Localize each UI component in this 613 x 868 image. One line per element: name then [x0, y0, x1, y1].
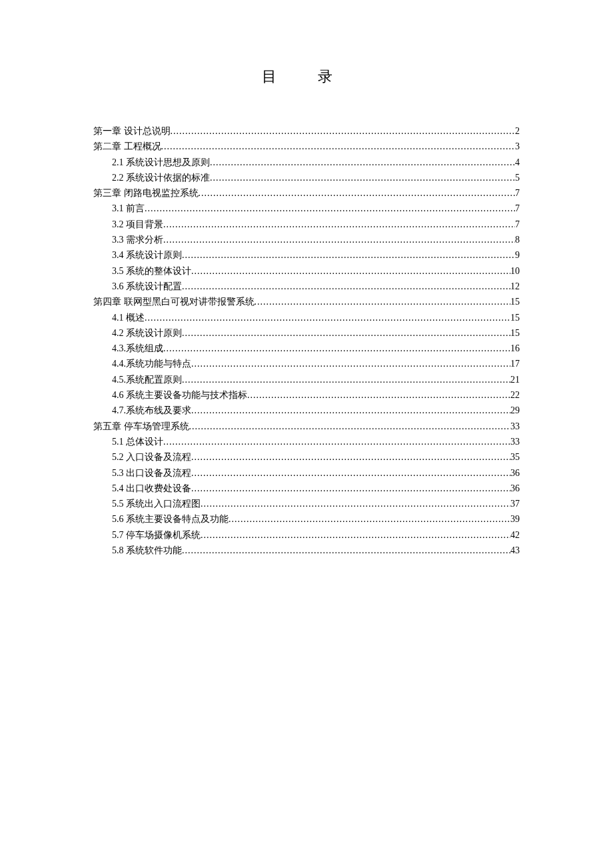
toc-entry: 2.2 系统设计依据的标准5: [93, 170, 520, 185]
toc-dots: [145, 310, 510, 325]
toc-dots: [210, 170, 515, 185]
toc-dots: [191, 356, 510, 371]
toc-entry: 5.6 系统主要设备特点及功能39: [93, 511, 520, 527]
toc-dots: [255, 294, 511, 309]
toc-entry-label: 3.6 系统设计配置: [112, 279, 182, 294]
toc-entry-page: 36: [510, 481, 520, 496]
toc-entry-label: 5.6 系统主要设备特点及功能: [112, 511, 229, 527]
toc-entry-label: 4.6 系统主要设备功能与技术指标: [112, 387, 247, 403]
toc-dots: [163, 232, 515, 247]
toc-entry-page: 33: [510, 434, 520, 449]
toc-entry-page: 16: [510, 341, 520, 356]
toc-entry-page: 3: [515, 139, 520, 154]
toc-dots: [182, 325, 510, 341]
toc-entry: 3.1 前言7: [93, 201, 520, 216]
toc-entry: 第五章 停车场管理系统33: [93, 419, 520, 434]
toc-dots: [191, 481, 510, 496]
toc-entry: 4.6 系统主要设备功能与技术指标22: [93, 387, 520, 403]
toc-dots: [191, 449, 510, 465]
toc-entry-label: 4.2 系统设计原则: [112, 325, 182, 341]
toc-dots: [161, 139, 516, 154]
toc-entry-label: 第四章 联网型黑白可视对讲带报警系统: [93, 294, 255, 309]
toc-entry: 5.3 出口设备及流程36: [93, 465, 520, 481]
toc-entry-label: 4.7.系统布线及要求: [112, 403, 191, 418]
toc-dots: [191, 465, 510, 481]
toc-entry-page: 12: [510, 279, 520, 294]
toc-entry: 3.5 系统的整体设计10: [93, 263, 520, 279]
toc-entry-label: 3.1 前言: [112, 201, 145, 216]
toc-entry-page: 33: [510, 419, 520, 434]
toc-entry: 4.5.系统配置原则21: [93, 372, 520, 387]
toc-title: 目 录: [93, 67, 520, 87]
toc-entry: 第四章 联网型黑白可视对讲带报警系统15: [93, 294, 520, 309]
toc-entry-page: 39: [510, 511, 520, 527]
toc-entry-label: 第三章 闭路电视监控系统: [93, 185, 199, 201]
toc-entry: 3.6 系统设计配置12: [93, 279, 520, 294]
toc-entry-page: 29: [510, 403, 520, 418]
toc-entry-page: 15: [510, 325, 520, 341]
toc-entry: 3.4 系统设计原则9: [93, 247, 520, 263]
toc-entry: 2.1 系统设计思想及原则4: [93, 155, 520, 170]
toc-entry: 3.3 需求分析8: [93, 232, 520, 247]
toc-entry-label: 3.2 项目背景: [112, 217, 163, 232]
toc-entry: 5.1 总体设计33: [93, 434, 520, 449]
toc-dots: [182, 279, 510, 294]
toc-entry: 5.7 停车场摄像机系统42: [93, 527, 520, 543]
toc-entry: 5.2 入口设备及流程35: [93, 449, 520, 465]
toc-entry-page: 17: [510, 356, 520, 371]
toc-dots: [182, 372, 510, 387]
toc-dots: [229, 511, 510, 527]
toc-entry-page: 4: [515, 155, 520, 170]
toc-entry-label: 3.5 系统的整体设计: [112, 263, 191, 279]
toc-dots: [189, 419, 511, 434]
toc-entry-page: 7: [515, 217, 520, 232]
toc-entry-label: 第一章 设计总说明: [93, 123, 171, 139]
toc-entry: 4.2 系统设计原则15: [93, 325, 520, 341]
toc-entry-page: 10: [510, 263, 520, 279]
toc-entry-page: 7: [515, 201, 520, 216]
toc-entry-page: 5: [515, 170, 520, 185]
toc-entry: 第三章 闭路电视监控系统7: [93, 185, 520, 201]
toc-entry-label: 5.4 出口收费处设备: [112, 481, 191, 496]
toc-entry-page: 15: [510, 310, 520, 325]
toc-entry: 4.1 概述15: [93, 310, 520, 325]
toc-entry-label: 第五章 停车场管理系统: [93, 419, 189, 434]
toc-entry-label: 5.7 停车场摄像机系统: [112, 527, 201, 543]
toc-dots: [247, 387, 510, 403]
toc-entry: 第一章 设计总说明2: [93, 123, 520, 139]
toc-entry-page: 22: [510, 387, 520, 403]
toc-entry-page: 15: [510, 294, 520, 309]
toc-dots: [201, 527, 510, 543]
toc-dots: [145, 201, 515, 216]
toc-entry-page: 37: [510, 496, 520, 511]
toc-entry: 4.4.系统功能与特点17: [93, 356, 520, 371]
toc-entry-label: 5.2 入口设备及流程: [112, 449, 191, 465]
toc-entry-label: 3.4 系统设计原则: [112, 247, 182, 263]
toc-entry: 5.4 出口收费处设备36: [93, 481, 520, 496]
toc-entry: 第二章 工程概况3: [93, 139, 520, 154]
toc-entry-page: 8: [515, 232, 520, 247]
toc-entry: 4.3.系统组成16: [93, 341, 520, 356]
toc-dots: [191, 403, 510, 418]
toc-dots: [163, 341, 510, 356]
toc-entry-label: 2.2 系统设计依据的标准: [112, 170, 210, 185]
table-of-contents: 第一章 设计总说明2第二章 工程概况32.1 系统设计思想及原则42.2 系统设…: [93, 123, 520, 558]
toc-entry-label: 第二章 工程概况: [93, 139, 161, 154]
toc-dots: [199, 185, 516, 201]
toc-dots: [210, 155, 515, 170]
toc-entry-label: 3.3 需求分析: [112, 232, 163, 247]
toc-dots: [201, 496, 510, 511]
toc-dots: [191, 263, 510, 279]
toc-entry-page: 36: [510, 465, 520, 481]
toc-entry-label: 4.5.系统配置原则: [112, 372, 182, 387]
toc-entry-page: 7: [515, 185, 520, 201]
toc-entry-label: 5.5 系统出入口流程图: [112, 496, 201, 511]
toc-dots: [182, 247, 515, 263]
toc-dots: [182, 543, 510, 558]
toc-entry-page: 43: [510, 543, 520, 558]
toc-dots: [163, 217, 515, 232]
toc-entry: 3.2 项目背景7: [93, 217, 520, 232]
toc-entry-label: 4.4.系统功能与特点: [112, 356, 191, 371]
toc-entry-page: 21: [510, 372, 520, 387]
toc-entry: 5.5 系统出入口流程图37: [93, 496, 520, 511]
